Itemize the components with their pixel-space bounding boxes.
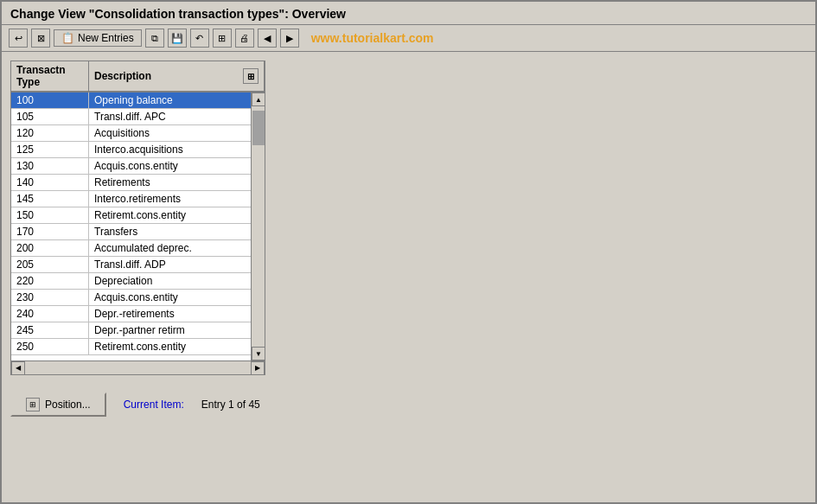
cell-desc: Accumulated deprec. — [89, 240, 252, 256]
table-row[interactable]: 100Opening balance — [11, 93, 252, 109]
cell-code: 205 — [11, 257, 89, 272]
horiz-scroll-track — [25, 362, 251, 374]
save-icon: 💾 — [171, 33, 183, 44]
position-button[interactable]: ⊞ Position... — [10, 392, 106, 417]
copy-btn[interactable]: ⧉ — [145, 29, 164, 48]
new-entries-button[interactable]: 📋 New Entries — [54, 29, 142, 47]
main-window: Change View "Consolidation transaction t… — [0, 0, 817, 504]
save-btn[interactable]: 💾 — [168, 29, 187, 48]
table-body-wrapper: 100Opening balance105Transl.diff. APC120… — [11, 93, 265, 360]
cell-code: 250 — [11, 339, 89, 354]
column-settings-icon[interactable]: ⊞ — [243, 68, 259, 84]
next-page-btn[interactable]: ▶ — [280, 29, 299, 48]
toolbar: ↩ ⊠ 📋 New Entries ⧉ 💾 ↶ ⊞ 🖨 ◀ ▶ — [2, 25, 815, 52]
col-header-desc: Description ⊞ — [89, 61, 265, 91]
cell-code: 220 — [11, 273, 89, 289]
cell-code: 245 — [11, 322, 89, 338]
scroll-up-btn[interactable]: ▲ — [252, 93, 265, 106]
cell-desc: Depr.-retirements — [89, 306, 252, 322]
cell-desc: Depreciation — [89, 273, 252, 289]
position-label: Position... — [45, 399, 91, 411]
cell-desc: Depr.-partner retirm — [89, 322, 252, 338]
cell-desc: Transfers — [89, 224, 252, 239]
col-header-transact: Transactn Type — [11, 61, 89, 91]
scroll-down-btn[interactable]: ▼ — [252, 347, 265, 360]
current-item-label: Current Item: — [124, 399, 184, 411]
bottom-area: ⊞ Position... Current Item: Entry 1 of 4… — [10, 392, 807, 417]
cell-desc: Acquis.cons.entity — [89, 158, 252, 174]
cell-code: 130 — [11, 158, 89, 174]
scroll-right-btn[interactable]: ▶ — [251, 361, 265, 375]
transaction-table: Transactn Type Description ⊞ 100Opening … — [10, 61, 265, 375]
current-item-area: Current Item: Entry 1 of 45 — [124, 399, 260, 411]
find-btn[interactable]: ⊞ — [213, 29, 232, 48]
scroll-track — [252, 106, 265, 347]
content-area: Transactn Type Description ⊞ 100Opening … — [2, 52, 815, 502]
cell-desc: Opening balance — [89, 93, 252, 108]
cell-code: 240 — [11, 306, 89, 322]
table-row[interactable]: 245Depr.-partner retirm — [11, 322, 252, 339]
cell-desc: Transl.diff. APC — [89, 109, 252, 124]
table-row[interactable]: 205Transl.diff. ADP — [11, 257, 252, 273]
prev-icon: ◀ — [264, 33, 271, 44]
horizontal-scrollbar[interactable]: ◀ ▶ — [11, 360, 265, 374]
cell-desc: Interco.retirements — [89, 191, 252, 207]
table-row[interactable]: 145Interco.retirements — [11, 191, 252, 207]
print-btn[interactable]: 🖨 — [235, 29, 254, 48]
cell-desc: Retiremt.cons.entity — [89, 207, 252, 223]
exit-btn[interactable]: ⊠ — [31, 29, 50, 48]
cell-code: 230 — [11, 290, 89, 305]
cell-code: 100 — [11, 93, 89, 108]
table-row[interactable]: 130Acquis.cons.entity — [11, 158, 252, 175]
scroll-thumb[interactable] — [252, 111, 265, 145]
back-icon: ↩ — [15, 33, 22, 44]
vertical-scrollbar[interactable]: ▲ ▼ — [251, 93, 265, 360]
cell-code: 105 — [11, 109, 89, 124]
new-entries-icon: 📋 — [61, 32, 74, 44]
table-row[interactable]: 105Transl.diff. APC — [11, 109, 252, 125]
cell-desc: Transl.diff. ADP — [89, 257, 252, 272]
cell-desc: Retiremt.cons.entity — [89, 339, 252, 354]
scroll-left-btn[interactable]: ◀ — [11, 361, 25, 375]
entry-count: Entry 1 of 45 — [201, 399, 260, 411]
cell-code: 150 — [11, 207, 89, 223]
copy-icon: ⧉ — [151, 33, 158, 44]
table-body: 100Opening balance105Transl.diff. APC120… — [11, 93, 252, 360]
find-icon: ⊞ — [218, 33, 226, 44]
cell-desc: Retirements — [89, 175, 252, 190]
cell-code: 120 — [11, 125, 89, 141]
table-row[interactable]: 200Accumulated deprec. — [11, 240, 252, 257]
next-icon: ▶ — [286, 33, 293, 44]
table-header: Transactn Type Description ⊞ — [11, 61, 265, 93]
table-row[interactable]: 230Acquis.cons.entity — [11, 290, 252, 306]
table-row[interactable]: 240Depr.-retirements — [11, 306, 252, 322]
position-icon: ⊞ — [26, 398, 40, 411]
cell-code: 170 — [11, 224, 89, 239]
undo-icon: ↶ — [195, 33, 203, 44]
new-entries-label: New Entries — [78, 32, 134, 44]
table-row[interactable]: 125Interco.acquisitions — [11, 142, 252, 158]
page-title: Change View "Consolidation transaction t… — [10, 7, 807, 21]
prev-page-btn[interactable]: ◀ — [258, 29, 277, 48]
watermark-text: www.tutorialkart.com — [311, 31, 434, 45]
cell-code: 125 — [11, 142, 89, 157]
table-row[interactable]: 220Depreciation — [11, 273, 252, 290]
table-row[interactable]: 250Retiremt.cons.entity — [11, 339, 252, 355]
cell-code: 200 — [11, 240, 89, 256]
cell-desc: Acquisitions — [89, 125, 252, 141]
col-header-desc-label: Description — [94, 70, 151, 82]
print-icon: 🖨 — [239, 33, 249, 43]
table-row[interactable]: 150Retiremt.cons.entity — [11, 207, 252, 224]
cell-desc: Acquis.cons.entity — [89, 290, 252, 305]
exit-icon: ⊠ — [37, 33, 45, 44]
back-btn[interactable]: ↩ — [9, 29, 28, 48]
table-row[interactable]: 140Retirements — [11, 175, 252, 191]
table-row[interactable]: 170Transfers — [11, 224, 252, 240]
undo-btn[interactable]: ↶ — [190, 29, 209, 48]
cell-desc: Interco.acquisitions — [89, 142, 252, 157]
table-row[interactable]: 120Acquisitions — [11, 125, 252, 142]
title-bar: Change View "Consolidation transaction t… — [2, 2, 815, 25]
cell-code: 140 — [11, 175, 89, 190]
cell-code: 145 — [11, 191, 89, 207]
